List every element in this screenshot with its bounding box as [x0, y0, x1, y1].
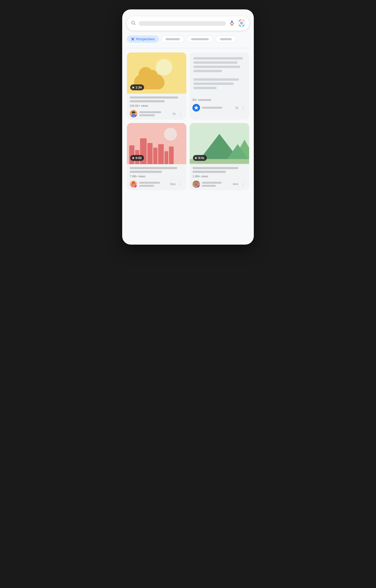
- card-1-body: 234.6K+ views: [127, 94, 186, 120]
- building-8: [169, 147, 174, 164]
- card-2-avatar: [192, 104, 200, 111]
- svg-point-7: [241, 22, 242, 23]
- article-line-3: [193, 66, 240, 68]
- card-1-title-line1: [130, 96, 178, 98]
- article-line-7: [193, 87, 217, 89]
- svg-point-32: [195, 184, 196, 184]
- card-4-title-line1: [192, 167, 238, 169]
- cards-grid: 1:34 234.6K+ views: [127, 53, 249, 190]
- svg-point-33: [197, 184, 197, 184]
- lens-button[interactable]: [238, 19, 245, 28]
- filter-chip-2[interactable]: [161, 35, 184, 43]
- card-2-thumbnail: [190, 53, 249, 94]
- play-icon-3: [133, 157, 135, 159]
- card-2-more-button[interactable]: ⋮: [240, 104, 246, 111]
- card-4-avatar: [192, 180, 200, 188]
- card-2-time: 2y: [235, 106, 238, 109]
- card-3-time: 3mo: [170, 182, 176, 186]
- card-2-footer: 2y ⋮: [192, 104, 246, 111]
- card-4-time: 4mo: [233, 182, 238, 186]
- phone-container: Perspectives 1:34: [122, 10, 254, 245]
- card-4-thumbnail: 0:41: [190, 123, 249, 164]
- card-4-stats: 1.9M+ views: [192, 175, 246, 178]
- card-1-name-line: [139, 111, 161, 113]
- card-4-name-line: [202, 182, 222, 184]
- card-3-title-line2: [130, 171, 162, 173]
- card-1-duration: 1:34: [130, 85, 144, 90]
- card-1-sub-line: [139, 114, 155, 116]
- svg-point-34: [195, 184, 197, 186]
- search-input[interactable]: [139, 21, 226, 26]
- card-3-badge: [135, 185, 137, 188]
- card-4-duration: 0:41: [193, 155, 207, 161]
- filter-chip-4-label: [220, 38, 232, 40]
- card-3-stats: 7.8M+ views: [130, 175, 184, 178]
- svg-point-21: [133, 183, 133, 184]
- card-3-footer: 3mo ⋮: [130, 180, 184, 188]
- article-line-1: [193, 57, 243, 60]
- card-4-footer-lines: [202, 182, 231, 187]
- card-3-sub-line: [139, 185, 154, 187]
- card-2-footer-lines: [202, 107, 233, 109]
- card-3-more-button[interactable]: ⋮: [178, 181, 184, 188]
- article-line-5: [193, 78, 239, 81]
- card-4-sub-line: [202, 185, 216, 187]
- building-4: [147, 143, 153, 164]
- card-1-thumbnail: 1:34: [127, 53, 186, 94]
- card-4[interactable]: 0:41 1.9M+ views: [190, 123, 249, 190]
- building-7: [165, 151, 168, 164]
- card-3-title-line1: [130, 167, 177, 169]
- perspectives-label: Perspectives: [136, 37, 155, 41]
- card-4-title-line2: [192, 171, 226, 173]
- card-3-name-line: [139, 182, 160, 184]
- card-1-time: 1y: [172, 112, 176, 115]
- card-1-badge: [135, 115, 137, 117]
- filter-chip-2-label: [166, 38, 180, 40]
- card-3-thumbnail: 0:52: [127, 123, 186, 164]
- card-1[interactable]: 1:34 234.6K+ views: [127, 53, 186, 120]
- article-line-6: [193, 83, 234, 85]
- svg-point-22: [134, 183, 135, 184]
- card-1-footer-lines: [139, 111, 171, 116]
- filter-chip-4[interactable]: [216, 35, 236, 43]
- card-4-badge: [197, 185, 200, 188]
- search-icon: [131, 20, 136, 27]
- svg-line-1: [134, 24, 135, 25]
- svg-rect-2: [231, 21, 233, 23]
- card-1-more-button[interactable]: ⋮: [178, 110, 184, 117]
- card-3-avatar: [130, 180, 137, 188]
- card-4-more-button[interactable]: ⋮: [240, 181, 246, 188]
- building-6: [158, 144, 164, 164]
- article-line-2: [193, 61, 238, 64]
- card-4-footer: 4mo ⋮: [192, 180, 246, 188]
- building-1: [129, 145, 135, 164]
- play-icon-4: [195, 157, 197, 159]
- mic-button[interactable]: [229, 20, 235, 27]
- card-2[interactable]: 50+ comments 2y ⋮: [190, 53, 249, 120]
- sun-decoration: [156, 59, 172, 75]
- card-1-title-line2: [130, 100, 165, 102]
- filter-row: Perspectives: [127, 35, 249, 43]
- card-3[interactable]: 0:52 7.8M+ views: [127, 123, 186, 190]
- card-3-footer-lines: [139, 182, 168, 187]
- card-3-duration: 0:52: [130, 155, 144, 161]
- card-2-name-line: [202, 107, 222, 109]
- search-bar[interactable]: [127, 16, 249, 31]
- card-2-stats: 50+ comments: [192, 98, 246, 102]
- filter-chip-3[interactable]: [187, 35, 213, 43]
- card-1-stats: 234.6K+ views: [130, 104, 184, 107]
- article-line-4: [193, 70, 222, 72]
- play-icon: [133, 86, 135, 89]
- building-5: [153, 148, 157, 164]
- filter-chip-3-label: [191, 38, 209, 40]
- perspectives-chip[interactable]: Perspectives: [127, 35, 159, 43]
- card-1-footer: 1y ⋮: [130, 110, 184, 117]
- section-divider: [127, 48, 249, 48]
- card-3-body: 7.8M+ views: [127, 164, 186, 190]
- card-1-avatar: [130, 110, 137, 117]
- card-2-body: 50+ comments 2y ⋮: [190, 94, 249, 114]
- card-4-body: 1.9M+ views: [190, 164, 249, 190]
